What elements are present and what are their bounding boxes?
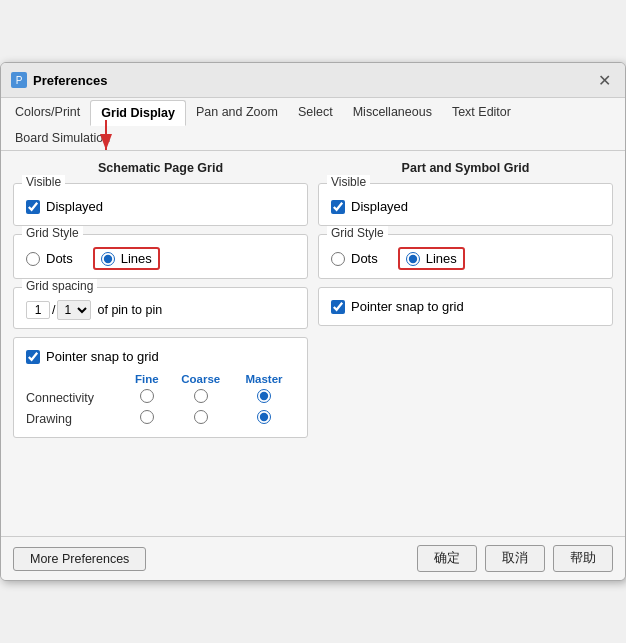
tab-board-simulation[interactable]: Board Simulation: [5, 126, 120, 150]
right-dots-radio[interactable]: [331, 252, 345, 266]
left-grid-spacing-group: Grid spacing / 1 2 4 of pin to pin: [13, 287, 308, 329]
menu-bar: Colors/Print Grid Display Pan and Zoom S…: [1, 98, 625, 151]
right-pointer-snap-text: Pointer snap to grid: [351, 299, 464, 314]
connectivity-master-radio[interactable]: [257, 389, 271, 403]
window-title: Preferences: [33, 73, 107, 88]
ok-button[interactable]: 确定: [417, 545, 477, 572]
right-pointer-snap-checkbox[interactable]: [331, 300, 345, 314]
right-dots-row: Dots: [331, 248, 378, 269]
left-grid-spacing-label: Grid spacing: [22, 279, 97, 293]
left-pointer-snap-checkbox[interactable]: [26, 350, 40, 364]
left-grid-style-group: Grid Style Dots Lines: [13, 234, 308, 279]
action-buttons: 确定 取消 帮助: [417, 545, 613, 572]
left-visible-group: Visible Displayed: [13, 183, 308, 226]
table-row-drawing: Drawing: [26, 408, 295, 429]
right-panel-title: Part and Symbol Grid: [318, 161, 613, 175]
right-panel: Part and Symbol Grid Visible Displayed G…: [318, 161, 613, 446]
drawing-label: Drawing: [26, 408, 125, 429]
window-icon: P: [11, 72, 27, 88]
left-pointer-snap-row: Pointer snap to grid: [26, 346, 295, 367]
right-pointer-snap-row: Pointer snap to grid: [331, 296, 600, 317]
right-grid-style-label: Grid Style: [327, 226, 388, 240]
left-dots-radio[interactable]: [26, 252, 40, 266]
tab-grid-display[interactable]: Grid Display: [90, 100, 186, 126]
left-pointer-snap-text: Pointer snap to grid: [46, 349, 159, 364]
drawing-master-radio[interactable]: [257, 410, 271, 424]
col-coarse: Coarse: [168, 371, 233, 387]
right-grid-style-group: Grid Style Dots Lines: [318, 234, 613, 279]
left-dots-label: Dots: [46, 251, 73, 266]
col-fine: Fine: [125, 371, 168, 387]
right-lines-label: Lines: [426, 251, 457, 266]
left-pointer-snap-group: Pointer snap to grid Fine Coarse Master: [13, 337, 308, 438]
left-displayed-row: Displayed: [26, 196, 295, 217]
left-visible-label: Visible: [22, 175, 65, 189]
table-row-connectivity: Connectivity: [26, 387, 295, 408]
grid-spacing-suffix: of pin to pin: [97, 303, 162, 317]
left-grid-style-label: Grid Style: [22, 226, 83, 240]
left-panel-title: Schematic Page Grid: [13, 161, 308, 175]
drawing-coarse-radio[interactable]: [194, 410, 208, 424]
left-panel: Schematic Page Grid Visible Displayed Gr…: [13, 161, 308, 446]
main-content: Schematic Page Grid Visible Displayed Gr…: [1, 151, 625, 456]
grid-spacing-denominator[interactable]: 1 2 4: [57, 300, 91, 320]
connectivity-fine-radio[interactable]: [140, 389, 154, 403]
right-lines-radio[interactable]: [406, 252, 420, 266]
right-dots-label: Dots: [351, 251, 378, 266]
left-lines-row: Lines: [93, 247, 160, 270]
help-button[interactable]: 帮助: [553, 545, 613, 572]
cancel-button[interactable]: 取消: [485, 545, 545, 572]
divider-slash: /: [52, 303, 55, 317]
close-button[interactable]: ✕: [593, 69, 615, 91]
tab-text-editor[interactable]: Text Editor: [442, 100, 521, 126]
more-preferences-button[interactable]: More Preferences: [13, 547, 146, 571]
right-pointer-snap-group: Pointer snap to grid: [318, 287, 613, 326]
col-master: Master: [233, 371, 295, 387]
right-visible-label: Visible: [327, 175, 370, 189]
drawing-fine-radio[interactable]: [140, 410, 154, 424]
right-displayed-text: Displayed: [351, 199, 408, 214]
left-displayed-checkbox[interactable]: [26, 200, 40, 214]
right-lines-row: Lines: [398, 247, 465, 270]
connectivity-table: Fine Coarse Master Connectivity: [26, 371, 295, 429]
spacer: [1, 456, 625, 536]
tab-miscellaneous[interactable]: Miscellaneous: [343, 100, 442, 126]
left-dots-row: Dots: [26, 248, 73, 269]
left-displayed-text: Displayed: [46, 199, 103, 214]
connectivity-coarse-radio[interactable]: [194, 389, 208, 403]
right-displayed-checkbox[interactable]: [331, 200, 345, 214]
grid-spacing-numerator[interactable]: [26, 301, 50, 319]
tab-colors-print[interactable]: Colors/Print: [5, 100, 90, 126]
bottom-bar: More Preferences 确定 取消 帮助: [1, 536, 625, 580]
right-displayed-row: Displayed: [331, 196, 600, 217]
right-visible-group: Visible Displayed: [318, 183, 613, 226]
connectivity-label: Connectivity: [26, 387, 125, 408]
tab-pan-zoom[interactable]: Pan and Zoom: [186, 100, 288, 126]
preferences-window: P Preferences ✕ Colors/Print Grid Displa…: [0, 62, 626, 581]
left-lines-label: Lines: [121, 251, 152, 266]
left-lines-radio[interactable]: [101, 252, 115, 266]
title-bar: P Preferences ✕: [1, 63, 625, 98]
tab-select[interactable]: Select: [288, 100, 343, 126]
